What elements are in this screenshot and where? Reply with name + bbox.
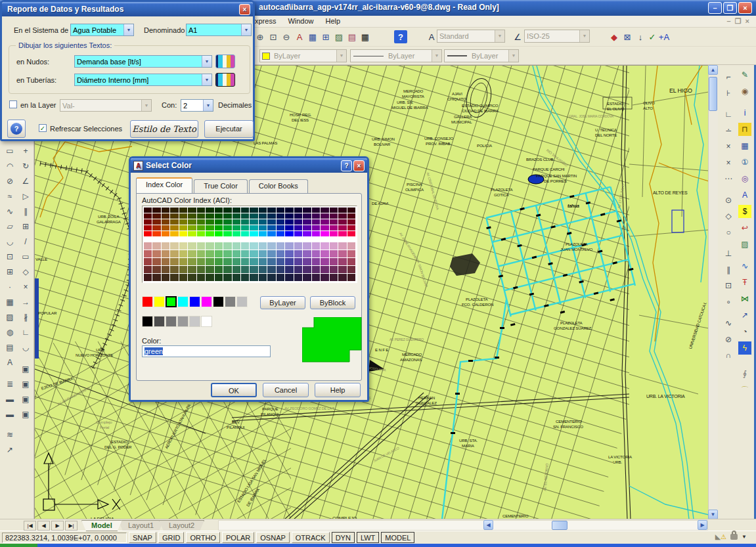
mdi-restore-icon[interactable]: ❐ bbox=[735, 17, 742, 26]
zoom-window-icon[interactable]: ⊡ bbox=[267, 29, 280, 45]
aci-swatch[interactable] bbox=[267, 266, 275, 273]
lightning-icon[interactable]: ϟ bbox=[738, 341, 752, 355]
scroll-right-icon[interactable]: ▶ bbox=[698, 520, 707, 530]
aci-swatch[interactable] bbox=[162, 242, 169, 250]
aci-swatch[interactable] bbox=[259, 213, 267, 219]
aci-swatch[interactable] bbox=[312, 274, 320, 281]
aci-swatch[interactable] bbox=[170, 213, 178, 219]
aci-swatch[interactable] bbox=[241, 242, 249, 250]
info-icon[interactable]: i bbox=[738, 106, 752, 120]
aci-swatch[interactable] bbox=[250, 208, 257, 213]
tab-true-color[interactable]: True Color bbox=[194, 179, 248, 194]
toggle-grid[interactable]: GRID bbox=[158, 532, 185, 543]
nudos-textcolor-button[interactable] bbox=[215, 55, 235, 68]
standard-color-swatch[interactable] bbox=[189, 296, 200, 307]
tuberias-combo[interactable]: Diámetro Interno [mm]▼ bbox=[74, 74, 212, 86]
aci-swatch[interactable] bbox=[233, 250, 240, 257]
aci-swatch[interactable] bbox=[259, 231, 267, 236]
aci-swatch[interactable] bbox=[338, 208, 346, 213]
standard-color-swatch[interactable] bbox=[154, 296, 165, 307]
standard-color-swatch[interactable] bbox=[236, 296, 248, 307]
aci-swatch[interactable] bbox=[285, 258, 293, 265]
aci-swatch[interactable] bbox=[152, 208, 160, 213]
vertical-scrollbar[interactable]: ▲ ▼ bbox=[708, 65, 718, 521]
aci-swatch[interactable] bbox=[215, 258, 223, 265]
ejecutar-button[interactable]: Ejecutar bbox=[204, 120, 254, 138]
aci-swatch[interactable] bbox=[330, 219, 338, 225]
aci-swatch[interactable] bbox=[303, 266, 311, 273]
aci-swatch[interactable] bbox=[294, 266, 302, 273]
aci-swatch[interactable] bbox=[188, 231, 196, 236]
valve-icon[interactable]: ⋈ bbox=[738, 292, 752, 306]
color-name-input[interactable]: green bbox=[142, 345, 271, 357]
aci-swatch[interactable] bbox=[162, 231, 169, 236]
tuberias-textcolor-button[interactable] bbox=[215, 73, 235, 87]
aci-swatch[interactable] bbox=[347, 258, 355, 265]
search-icon[interactable]: ◎ bbox=[738, 171, 752, 186]
snap-parallel-icon[interactable]: ∥ bbox=[721, 263, 736, 277]
osnap-settings-icon[interactable]: ∩ bbox=[721, 348, 736, 362]
aci-swatch[interactable] bbox=[206, 266, 213, 273]
dim-edit-icon[interactable]: ◆ bbox=[608, 29, 621, 45]
aci-swatch[interactable] bbox=[312, 258, 320, 265]
arc-icon[interactable]: ◠ bbox=[3, 159, 17, 173]
aci-swatch[interactable] bbox=[285, 213, 293, 219]
reporte-help-button[interactable]: ? bbox=[7, 120, 26, 138]
aci-swatch[interactable] bbox=[223, 225, 231, 230]
aci-swatch[interactable] bbox=[259, 258, 267, 265]
aci-swatch[interactable] bbox=[197, 208, 205, 213]
aci-swatch[interactable] bbox=[347, 213, 355, 219]
toggle-osnap[interactable]: OSNAP bbox=[256, 532, 290, 543]
zoom-realtime-icon[interactable]: ⊕ bbox=[254, 29, 267, 45]
lock-icon[interactable]: ⊓ bbox=[738, 122, 752, 137]
aci-swatch[interactable] bbox=[259, 266, 267, 273]
dim-text-icon[interactable]: +A bbox=[657, 29, 671, 45]
byblock-button[interactable]: ByBlock bbox=[310, 296, 355, 309]
faucet-icon[interactable]: Ŧ bbox=[738, 275, 752, 290]
aci-swatch[interactable] bbox=[197, 242, 205, 250]
table-view-icon[interactable]: ▦ bbox=[738, 139, 752, 153]
aci-swatch[interactable] bbox=[170, 274, 178, 281]
aci-swatch[interactable] bbox=[303, 242, 311, 250]
aci-swatch[interactable] bbox=[162, 266, 169, 273]
image-icon[interactable]: ▨ bbox=[738, 237, 752, 252]
aci-swatch[interactable] bbox=[250, 274, 257, 281]
aci-swatch[interactable] bbox=[277, 242, 284, 250]
aci-swatch[interactable] bbox=[179, 213, 187, 219]
aci-swatch[interactable] bbox=[152, 250, 160, 257]
toggle-dyn[interactable]: DYN bbox=[332, 532, 355, 543]
aci-swatch[interactable] bbox=[233, 219, 240, 225]
toggle-lwt[interactable]: LWT bbox=[357, 532, 379, 543]
aci-swatch[interactable] bbox=[197, 231, 205, 236]
table-icon[interactable]: ▦ bbox=[306, 29, 319, 45]
sistema-combo[interactable]: Agua Potable▼ bbox=[70, 24, 134, 36]
standard-color-swatch[interactable] bbox=[177, 296, 189, 307]
scroll-down-icon[interactable]: ▼ bbox=[708, 510, 718, 519]
aci-swatch[interactable] bbox=[233, 266, 240, 273]
aci-swatch[interactable] bbox=[206, 219, 213, 225]
aci-swatch[interactable] bbox=[241, 225, 249, 230]
snap-endpoint-icon[interactable]: ∟ bbox=[721, 107, 736, 121]
offset-icon[interactable]: ∥ bbox=[18, 204, 33, 219]
aci-swatch[interactable] bbox=[152, 274, 160, 281]
aci-swatch[interactable] bbox=[162, 225, 169, 230]
aci-swatch[interactable] bbox=[162, 274, 169, 281]
aci-swatch[interactable] bbox=[312, 231, 320, 236]
aci-swatch[interactable] bbox=[223, 266, 231, 273]
array-icon[interactable]: ⊞ bbox=[18, 219, 33, 234]
aci-swatch[interactable] bbox=[179, 242, 187, 250]
dim-table-icon[interactable]: ⊠ bbox=[621, 29, 634, 45]
aci-swatch[interactable] bbox=[338, 231, 346, 236]
aci-swatch[interactable] bbox=[206, 231, 213, 236]
aci-swatch[interactable] bbox=[321, 225, 328, 230]
aci-swatch[interactable] bbox=[188, 225, 196, 230]
snap-extension-icon[interactable]: ⋯ bbox=[721, 171, 736, 186]
aci-swatch[interactable] bbox=[144, 231, 152, 236]
wipeout-icon[interactable]: ▬ bbox=[3, 392, 17, 406]
aci-swatch[interactable] bbox=[277, 231, 284, 236]
aci-swatch[interactable] bbox=[170, 250, 178, 257]
annotate-icon[interactable]: A bbox=[738, 188, 752, 202]
aci-swatch[interactable] bbox=[179, 225, 187, 230]
plot-icon[interactable]: ↗ bbox=[3, 443, 17, 457]
layer-combo[interactable]: Val-▼ bbox=[60, 99, 152, 112]
